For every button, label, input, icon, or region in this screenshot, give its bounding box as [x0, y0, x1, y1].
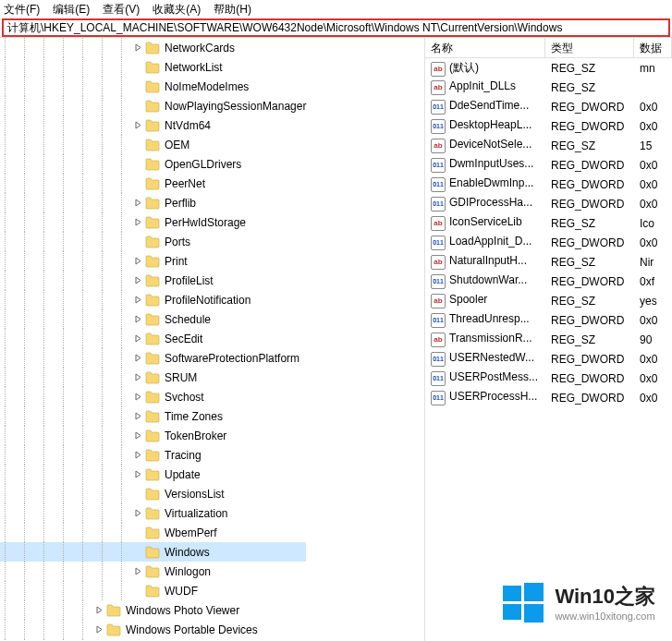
tree-item[interactable]: VersionsList: [0, 484, 306, 503]
tree-item[interactable]: Virtualization: [0, 503, 306, 523]
tree-item[interactable]: NtVdm64: [0, 115, 306, 135]
value-row[interactable]: 011DdeSendTime...REG_DWORD0x0: [425, 97, 672, 116]
tree-item[interactable]: Winlogon: [0, 562, 306, 581]
tree-item[interactable]: NowPlayingSessionManager: [0, 96, 306, 115]
tree-item[interactable]: Windows Portable Devices: [0, 620, 306, 639]
value-row[interactable]: 011LoadAppInit_D...REG_DWORD0x0: [425, 233, 672, 252]
tree-guide: [0, 581, 15, 600]
chevron-right-icon[interactable]: [131, 77, 144, 96]
chevron-right-icon[interactable]: [131, 271, 144, 290]
tree-guide: [34, 620, 54, 639]
value-row[interactable]: ab(默认)REG_SZmn: [425, 58, 672, 78]
chevron-right-icon[interactable]: [131, 581, 144, 600]
tree-item[interactable]: SRUM: [0, 368, 306, 387]
tree-item[interactable]: Schedule: [0, 309, 306, 329]
chevron-right-icon[interactable]: [131, 38, 144, 57]
address-bar[interactable]: 计算机\HKEY_LOCAL_MACHINE\SOFTWARE\WOW6432N…: [2, 18, 670, 37]
value-row[interactable]: abTransmissionR...REG_SZ90: [425, 330, 672, 349]
tree-item[interactable]: TokenBroker: [0, 426, 306, 445]
chevron-right-icon[interactable]: [131, 523, 144, 542]
tree-guide: [34, 503, 54, 523]
value-row[interactable]: abAppInit_DLLsREG_SZ: [425, 78, 672, 97]
chevron-right-icon[interactable]: [131, 193, 144, 212]
chevron-right-icon[interactable]: [131, 406, 144, 426]
chevron-right-icon[interactable]: [92, 600, 105, 620]
value-row[interactable]: 011GDIProcessHa...REG_DWORD0x0: [425, 194, 672, 213]
tree-item[interactable]: NetworkList: [0, 57, 306, 77]
header-name[interactable]: 名称: [425, 38, 545, 57]
tree-item[interactable]: Tracing: [0, 445, 306, 465]
value-row[interactable]: 011ShutdownWar...REG_DWORD0xf: [425, 272, 672, 291]
chevron-right-icon[interactable]: [131, 348, 144, 368]
chevron-right-icon[interactable]: [131, 232, 144, 251]
tree-item[interactable]: SoftwareProtectionPlatform: [0, 348, 306, 368]
tree-item[interactable]: WbemPerf: [0, 523, 306, 542]
chevron-right-icon[interactable]: [131, 465, 144, 484]
chevron-right-icon[interactable]: [131, 96, 144, 115]
header-data[interactable]: 数据: [634, 38, 672, 57]
chevron-right-icon[interactable]: [131, 503, 144, 523]
value-row[interactable]: 011DwmInputUses...REG_DWORD0x0: [425, 155, 672, 175]
tree-item[interactable]: Perflib: [0, 193, 306, 212]
value-row[interactable]: 011EnableDwmInp...REG_DWORD0x0: [425, 175, 672, 194]
chevron-right-icon[interactable]: [131, 329, 144, 348]
value-row[interactable]: abSpoolerREG_SZyes: [425, 291, 672, 310]
tree-item[interactable]: Windows: [0, 542, 306, 562]
chevron-right-icon[interactable]: [131, 368, 144, 387]
value-row[interactable]: 011DesktopHeapL...REG_DWORD0x0: [425, 116, 672, 136]
value-row[interactable]: 011USERProcessH...REG_DWORD0x0: [425, 388, 672, 407]
values-header[interactable]: 名称 类型 数据: [425, 38, 672, 58]
menu-favorites[interactable]: 收藏夹(A): [153, 2, 201, 18]
tree-item[interactable]: SecEdit: [0, 329, 306, 348]
value-name: DdeSendTime...: [449, 99, 529, 112]
tree-item[interactable]: NetworkCards: [0, 38, 306, 57]
tree-item[interactable]: Print: [0, 251, 306, 271]
tree-item[interactable]: PeerNet: [0, 174, 306, 193]
value-row[interactable]: abDeviceNotSele...REG_SZ15: [425, 136, 672, 155]
chevron-right-icon[interactable]: [131, 154, 144, 174]
tree-item[interactable]: OEM: [0, 135, 306, 154]
tree-item[interactable]: NoImeModeImes: [0, 77, 306, 96]
chevron-right-icon[interactable]: [131, 426, 144, 445]
tree-item[interactable]: Windows Photo Viewer: [0, 600, 306, 620]
menu-file[interactable]: 文件(F): [4, 2, 40, 18]
value-row[interactable]: 011ThreadUnresp...REG_DWORD0x0: [425, 310, 672, 330]
tree-item[interactable]: Ports: [0, 232, 306, 251]
chevron-right-icon[interactable]: [131, 251, 144, 271]
registry-tree[interactable]: NetworkCardsNetworkListNoImeModeImesNowP…: [0, 38, 425, 641]
tree-item[interactable]: WUDF: [0, 581, 306, 600]
chevron-right-icon[interactable]: [131, 387, 144, 406]
value-row[interactable]: 011USERNestedW...REG_DWORD0x0: [425, 349, 672, 369]
chevron-right-icon[interactable]: [131, 562, 144, 581]
value-name: USERProcessH...: [449, 390, 537, 403]
tree-item[interactable]: Svchost: [0, 387, 306, 406]
chevron-right-icon[interactable]: [131, 135, 144, 154]
svg-rect-3: [524, 604, 544, 623]
tree-item[interactable]: OpenGLDrivers: [0, 154, 306, 174]
tree-item[interactable]: ProfileList: [0, 271, 306, 290]
chevron-right-icon[interactable]: [131, 309, 144, 329]
tree-item[interactable]: PerHwIdStorage: [0, 212, 306, 232]
menu-help[interactable]: 帮助(H): [214, 2, 251, 18]
chevron-right-icon[interactable]: [131, 484, 144, 503]
tree-guide: [112, 193, 131, 212]
chevron-right-icon[interactable]: [92, 620, 105, 639]
chevron-right-icon[interactable]: [131, 542, 144, 562]
chevron-right-icon[interactable]: [131, 212, 144, 232]
chevron-right-icon[interactable]: [131, 174, 144, 193]
value-row[interactable]: abIconServiceLibREG_SZIco: [425, 213, 672, 233]
chevron-right-icon[interactable]: [131, 115, 144, 135]
tree-item[interactable]: ProfileNotification: [0, 290, 306, 309]
chevron-right-icon[interactable]: [131, 57, 144, 77]
tree-guide: [112, 57, 131, 77]
menu-edit[interactable]: 编辑(E): [53, 2, 90, 18]
value-row[interactable]: abNaturalInputH...REG_SZNir: [425, 252, 672, 272]
tree-item[interactable]: Time Zones: [0, 406, 306, 426]
value-row[interactable]: 011USERPostMess...REG_DWORD0x0: [425, 369, 672, 388]
value-type: REG_DWORD: [545, 101, 634, 114]
tree-item[interactable]: Update: [0, 465, 306, 484]
header-type[interactable]: 类型: [545, 38, 634, 57]
menu-view[interactable]: 查看(V): [103, 2, 140, 18]
chevron-right-icon[interactable]: [131, 445, 144, 465]
chevron-right-icon[interactable]: [131, 290, 144, 309]
